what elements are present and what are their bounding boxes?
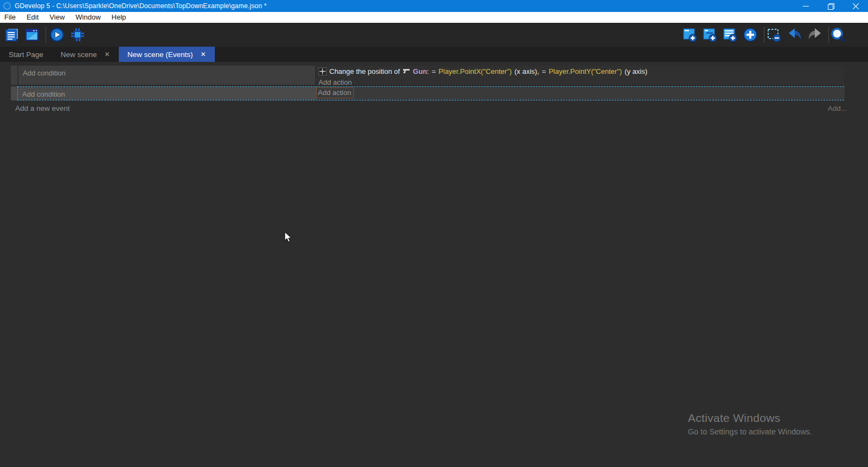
- add-event-row: Add a new event Add...: [0, 104, 868, 115]
- add-button[interactable]: Add...: [828, 104, 847, 112]
- event1-conditions[interactable]: Add condition: [18, 66, 315, 85]
- menu-window[interactable]: Window: [70, 12, 106, 23]
- restore-icon: [828, 3, 833, 9]
- restore-button[interactable]: [818, 0, 843, 12]
- action-operator: =: [542, 67, 546, 75]
- tab-close-icon[interactable]: ✕: [200, 51, 206, 58]
- event-drag-handle[interactable]: [11, 86, 17, 100]
- add-new-event-button[interactable]: Add a new event: [15, 104, 70, 112]
- watermark-title: Activate Windows: [688, 412, 812, 425]
- search-icon[interactable]: [831, 27, 846, 42]
- event-row-1: Add condition Change the position of Gun…: [11, 66, 844, 85]
- event-drag-handle[interactable]: [11, 66, 17, 85]
- expression-x: Player.PointX("Center"): [438, 67, 512, 75]
- toolbar-separator: [46, 27, 46, 43]
- gdevelop-logo-icon: [3, 2, 11, 10]
- toolbar-separator: [764, 27, 764, 43]
- main-toolbar: [0, 23, 868, 47]
- window-controls: [793, 0, 868, 12]
- menu-file[interactable]: File: [0, 12, 21, 23]
- project-manager-icon[interactable]: [4, 27, 20, 42]
- close-button[interactable]: [843, 0, 868, 12]
- preview-play-icon[interactable]: [49, 27, 65, 42]
- minimize-button[interactable]: [793, 0, 818, 12]
- action-text: Change the position of: [329, 67, 400, 75]
- action-text: (y axis): [624, 67, 647, 75]
- title-bar: GDevelop 5 - C:\Users\Sparkle\OneDrive\D…: [0, 0, 868, 12]
- tab-label: New scene (Events): [127, 51, 193, 59]
- add-more-icon[interactable]: [743, 27, 758, 42]
- action-text: :: [427, 67, 429, 75]
- add-action-button-focused[interactable]: Add action: [317, 88, 353, 98]
- toolbar-separator: [828, 27, 829, 43]
- tab-new-scene-events[interactable]: New scene (Events) ✕: [119, 47, 215, 62]
- tab-start-page[interactable]: Start Page: [0, 47, 52, 62]
- expression-y: Player.PointY("Center"): [548, 67, 622, 75]
- redo-icon[interactable]: [807, 27, 822, 42]
- event1-actions: Change the position of Gun: = Player.Poi…: [316, 66, 844, 85]
- event2-selection-outline[interactable]: Add condition Add action: [17, 86, 844, 100]
- delete-selection-icon[interactable]: [767, 27, 782, 42]
- event2-actions: Add action: [316, 87, 845, 100]
- add-comment-icon[interactable]: [723, 27, 738, 42]
- add-subevent-icon[interactable]: [703, 27, 718, 42]
- menu-bar: File Edit View Window Help: [0, 12, 868, 23]
- add-condition-button[interactable]: Add condition: [22, 90, 65, 98]
- window-title: GDevelop 5 - C:\Users\Sparkle\OneDrive\D…: [15, 2, 267, 10]
- add-event-icon[interactable]: [682, 27, 698, 42]
- debug-icon[interactable]: [70, 27, 85, 42]
- close-icon: [853, 3, 859, 9]
- minimize-icon: [803, 3, 809, 9]
- gun-object-icon: [403, 68, 410, 74]
- event-row-2-selected: Add condition Add action: [11, 86, 844, 100]
- event2-conditions[interactable]: Add condition: [18, 87, 316, 100]
- action-change-position[interactable]: Change the position of Gun: = Player.Poi…: [316, 66, 844, 77]
- action-text: (x axis),: [514, 67, 539, 75]
- tab-label: Start Page: [9, 51, 43, 59]
- undo-icon[interactable]: [787, 27, 802, 42]
- tab-close-icon[interactable]: ✕: [105, 51, 110, 58]
- menu-view[interactable]: View: [44, 12, 70, 23]
- watermark-subtitle: Go to Settings to activate Windows.: [688, 427, 812, 436]
- events-sheet: Add condition Change the position of Gun…: [0, 62, 868, 467]
- activate-windows-watermark: Activate Windows Go to Settings to activ…: [688, 412, 812, 436]
- action-operator: =: [432, 67, 436, 75]
- position-crosshair-icon: [318, 67, 327, 75]
- tab-label: New scene: [61, 51, 97, 59]
- scene-editor-icon[interactable]: [24, 27, 40, 42]
- add-condition-button[interactable]: Add condition: [23, 69, 66, 77]
- add-action-button[interactable]: Add action: [318, 78, 352, 86]
- object-name: Gun: [413, 67, 427, 75]
- tab-new-scene[interactable]: New scene ✕: [52, 47, 119, 62]
- menu-help[interactable]: Help: [106, 12, 132, 23]
- menu-edit[interactable]: Edit: [21, 12, 44, 23]
- tab-bar: Start Page New scene ✕ New scene (Events…: [0, 47, 868, 62]
